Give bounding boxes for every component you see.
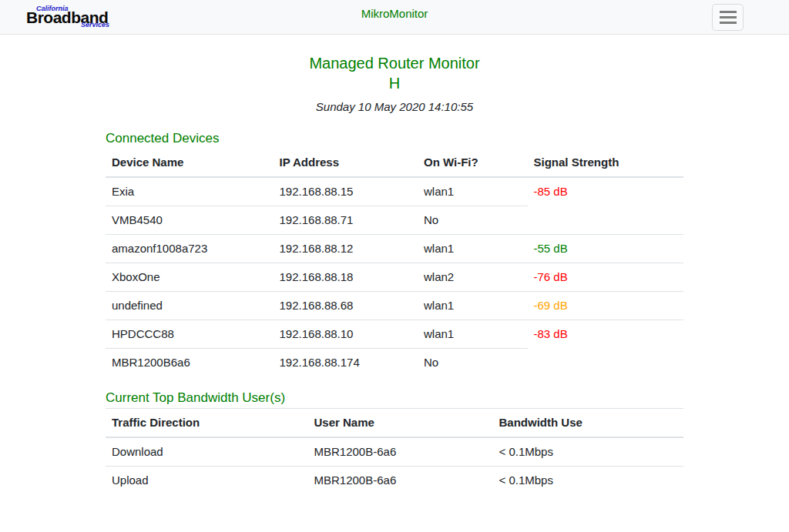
device-name-cell: HPDCCC88 bbox=[106, 320, 274, 349]
hamburger-icon bbox=[720, 11, 737, 24]
table-row: Exia 192.168.88.15 wlan1 -85 dB bbox=[106, 177, 683, 206]
header-traffic-direction: Traffic Direction bbox=[106, 409, 308, 438]
signal-strength-cell bbox=[528, 349, 684, 377]
page-title: Managed Router Monitor H bbox=[106, 53, 683, 93]
wifi-cell: wlan1 bbox=[418, 177, 528, 206]
navbar: California Broadband Services MikroMonit… bbox=[0, 0, 789, 35]
wifi-cell: wlan1 bbox=[418, 235, 528, 263]
device-name-cell: Exia bbox=[106, 177, 274, 206]
table-row: amazonf1008a723 192.168.88.12 wlan1 -55 … bbox=[106, 235, 683, 263]
main-content: Managed Router Monitor H Sunday 10 May 2… bbox=[106, 53, 683, 494]
wifi-cell: wlan1 bbox=[418, 292, 528, 320]
ip-address-cell: 192.168.88.12 bbox=[274, 235, 418, 263]
device-name-cell: MBR1200B6a6 bbox=[106, 349, 274, 377]
user-name-cell: MBR1200B-6a6 bbox=[308, 467, 493, 495]
signal-strength-cell bbox=[528, 206, 684, 235]
table-header-row: Traffic Direction User Name Bandwidth Us… bbox=[106, 409, 683, 438]
signal-strength-cell: -85 dB bbox=[528, 177, 684, 206]
header-ip-address: IP Address bbox=[274, 149, 418, 177]
connected-devices-heading: Connected Devices bbox=[106, 131, 683, 146]
header-bandwidth-use: Bandwidth Use bbox=[493, 409, 684, 438]
header-signal-strength: Signal Strength bbox=[528, 149, 684, 177]
ip-address-cell: 192.168.88.18 bbox=[274, 263, 418, 292]
signal-strength-cell: -69 dB bbox=[528, 292, 684, 320]
menu-toggler-button[interactable] bbox=[712, 4, 744, 31]
table-row: XboxOne 192.168.88.18 wlan2 -76 dB bbox=[106, 263, 683, 292]
wifi-cell: wlan2 bbox=[418, 263, 528, 292]
california-broadband-logo[interactable]: California Broadband Services bbox=[26, 5, 111, 28]
device-name-cell: XboxOne bbox=[106, 263, 274, 292]
navbar-brand-title: MikroMonitor bbox=[361, 5, 428, 22]
device-name-cell: undefined bbox=[106, 292, 274, 320]
table-row: Upload MBR1200B-6a6 < 0.1Mbps bbox=[106, 467, 683, 495]
user-name-cell: MBR1200B-6a6 bbox=[308, 437, 493, 467]
ip-address-cell: 192.168.88.71 bbox=[274, 206, 418, 235]
signal-strength-cell: -55 dB bbox=[528, 235, 684, 263]
device-name-cell: VMB4540 bbox=[106, 206, 274, 235]
header-user-name: User Name bbox=[308, 409, 493, 438]
table-row: Download MBR1200B-6a6 < 0.1Mbps bbox=[106, 437, 683, 467]
page-title-line2: H bbox=[389, 75, 400, 92]
bandwidth-table: Traffic Direction User Name Bandwidth Us… bbox=[106, 408, 683, 494]
traffic-direction-cell: Upload bbox=[106, 467, 308, 495]
logo-services-text: Services bbox=[81, 22, 109, 28]
device-name-cell: amazonf1008a723 bbox=[106, 235, 274, 263]
timestamp: Sunday 10 May 2020 14:10:55 bbox=[106, 99, 683, 115]
bandwidth-heading: Current Top Bandwidth User(s) bbox=[106, 390, 683, 406]
header-device-name: Device Name bbox=[106, 149, 274, 177]
ip-address-cell: 192.168.88.15 bbox=[274, 177, 418, 206]
ip-address-cell: 192.168.88.68 bbox=[274, 292, 418, 320]
wifi-cell: wlan1 bbox=[418, 320, 528, 349]
table-row: VMB4540 192.168.88.71 No bbox=[106, 206, 683, 235]
table-row: undefined 192.168.88.68 wlan1 -69 dB bbox=[106, 292, 683, 320]
signal-strength-cell: -83 dB bbox=[528, 320, 684, 349]
table-header-row: Device Name IP Address On Wi-Fi? Signal … bbox=[106, 149, 683, 177]
signal-strength-cell: -76 dB bbox=[528, 263, 684, 292]
connected-devices-table: Device Name IP Address On Wi-Fi? Signal … bbox=[106, 149, 683, 376]
ip-address-cell: 192.168.88.10 bbox=[274, 320, 418, 349]
bandwidth-use-cell: < 0.1Mbps bbox=[493, 437, 684, 467]
bandwidth-use-cell: < 0.1Mbps bbox=[493, 467, 684, 495]
ip-address-cell: 192.168.88.174 bbox=[274, 349, 418, 377]
page-title-line1: Managed Router Monitor bbox=[309, 55, 479, 72]
table-row: HPDCCC88 192.168.88.10 wlan1 -83 dB bbox=[106, 320, 683, 349]
wifi-cell: No bbox=[418, 349, 528, 377]
traffic-direction-cell: Download bbox=[106, 437, 308, 467]
wifi-cell: No bbox=[418, 206, 528, 235]
header-on-wifi: On Wi-Fi? bbox=[418, 149, 528, 177]
table-row: MBR1200B6a6 192.168.88.174 No bbox=[106, 349, 683, 377]
